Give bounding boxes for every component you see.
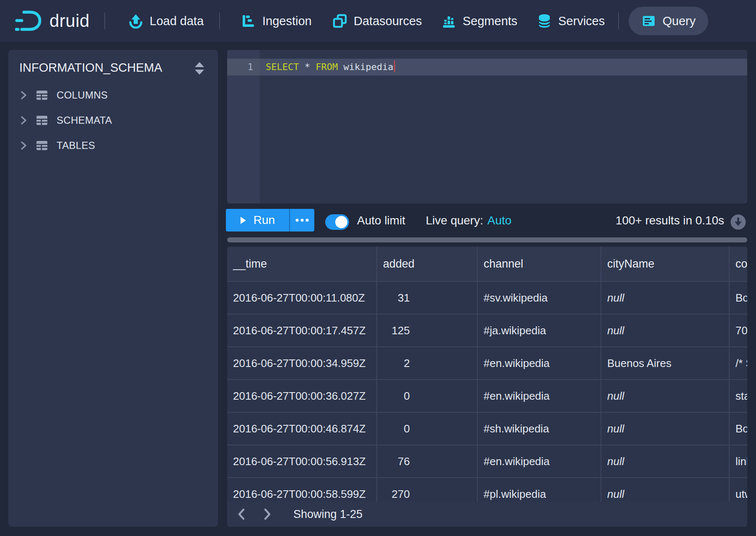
nav-item-ingestion[interactable]: Ingestion <box>241 0 312 42</box>
table-row: 2016-06-27T00:00:17.457Z 125 #ja.wikiped… <box>227 315 747 347</box>
cell-cityname[interactable]: null <box>601 380 730 413</box>
nav-item-services[interactable]: Services <box>537 0 605 42</box>
cell-channel[interactable]: #en.wikipedia <box>478 445 601 478</box>
top-navbar: druid Load data Ingestion Datasources <box>0 0 756 42</box>
run-button-group: Run <box>226 209 314 232</box>
chevron-left-icon <box>237 508 246 520</box>
line-number: 1 <box>227 59 260 75</box>
nav-item-label: Load data <box>150 14 204 28</box>
table-row: 2016-06-27T00:00:11.080Z 31 #sv.wikipedi… <box>227 282 747 315</box>
cell-added[interactable]: 0 <box>377 380 478 413</box>
live-query-label: Live query: <box>426 214 483 227</box>
live-query-control: Live query: Auto <box>426 203 512 237</box>
nav-item-label: Segments <box>463 14 518 28</box>
cell-cityname[interactable]: null <box>601 282 730 315</box>
cell-added[interactable]: 125 <box>377 315 478 347</box>
cell-cityname[interactable]: null <box>601 445 730 478</box>
brand-name: druid <box>49 11 90 31</box>
sql-keyword: SELECT <box>266 62 299 72</box>
cell-time[interactable]: 2016-06-27T00:00:46.874Z <box>227 413 377 445</box>
cell-channel[interactable]: #ja.wikipedia <box>478 315 601 347</box>
table-row: 2016-06-27T00:00:46.874Z 0 #sh.wikipedia… <box>227 413 747 445</box>
column-header-time[interactable]: __time <box>227 247 377 282</box>
table-row: 2016-06-27T00:00:36.027Z 0 #en.wikipedia… <box>227 380 747 413</box>
chevron-right-icon <box>263 508 272 520</box>
cell-time[interactable]: 2016-06-27T00:00:34.959Z <box>227 347 377 380</box>
cell-added[interactable]: 31 <box>377 282 478 315</box>
services-icon <box>537 13 552 29</box>
cell-time[interactable]: 2016-06-27T00:00:56.913Z <box>227 445 377 478</box>
cell-time[interactable]: 2016-06-27T00:00:17.457Z <box>227 315 377 347</box>
sql-keyword: FROM <box>316 62 338 72</box>
nav-item-label: Datasources <box>354 14 422 28</box>
results-table: __time added channel cityName comment 20… <box>227 247 747 527</box>
live-query-value[interactable]: Auto <box>487 214 512 227</box>
cell-time[interactable]: 2016-06-27T00:00:11.080Z <box>227 282 377 315</box>
table-icon <box>35 114 49 127</box>
column-header-channel[interactable]: channel <box>478 247 601 282</box>
cell-comment[interactable]: sta <box>730 380 747 413</box>
segments-icon <box>441 13 456 29</box>
auto-limit-label: Auto limit <box>357 203 405 237</box>
schema-selector[interactable]: INFORMATION_SCHEMA <box>8 56 218 82</box>
pagination-status: Showing 1-25 <box>293 508 362 521</box>
download-icon[interactable] <box>730 214 746 230</box>
column-header-cityname[interactable]: cityName <box>601 247 730 282</box>
load-data-icon <box>128 13 143 29</box>
nav-item-segments[interactable]: Segments <box>441 0 518 42</box>
sql-editor[interactable]: 1 SELECT * FROM wikipedia <box>227 50 747 203</box>
more-icon <box>295 218 309 222</box>
results-info: 100+ results in 0.10s <box>616 203 724 237</box>
schema-sidebar: INFORMATION_SCHEMA COLUMNS SCHEMATA TABL… <box>8 50 218 527</box>
cell-comment[interactable]: link <box>730 445 747 478</box>
druid-brand[interactable]: druid <box>15 0 90 42</box>
panel-resize-handle[interactable] <box>227 237 747 242</box>
previous-page-button[interactable] <box>233 506 250 523</box>
cell-channel[interactable]: #en.wikipedia <box>478 347 601 380</box>
druid-logo-icon <box>15 9 44 33</box>
tree-item-columns[interactable]: COLUMNS <box>8 83 218 107</box>
column-header-added[interactable]: added <box>377 247 478 282</box>
cell-added[interactable]: 0 <box>377 413 478 445</box>
cell-time[interactable]: 2016-06-27T00:00:36.027Z <box>227 380 377 413</box>
nav-item-query[interactable]: Query <box>629 7 708 35</box>
tree-item-tables[interactable]: TABLES <box>8 134 218 157</box>
auto-limit-toggle[interactable] <box>325 214 349 230</box>
play-icon <box>240 216 246 224</box>
cell-added[interactable]: 2 <box>377 347 478 380</box>
nav-divider <box>219 13 220 29</box>
sql-text: wikipedia <box>338 62 393 72</box>
table-row: 2016-06-27T00:00:56.913Z 76 #en.wikipedi… <box>227 445 747 478</box>
cell-comment[interactable]: 70:5 <box>730 315 747 347</box>
run-button[interactable]: Run <box>226 209 289 232</box>
cell-channel[interactable]: #sh.wikipedia <box>478 413 601 445</box>
nav-divider <box>104 13 105 29</box>
cell-cityname[interactable]: Buenos Aires <box>601 347 730 380</box>
cell-comment[interactable]: /* S <box>730 347 747 380</box>
nav-item-datasources[interactable]: Datasources <box>332 0 422 42</box>
cell-added[interactable]: 76 <box>377 445 478 478</box>
query-icon <box>641 13 656 29</box>
run-more-button[interactable] <box>289 209 314 232</box>
table-row: 2016-06-27T00:00:34.959Z 2 #en.wikipedia… <box>227 347 747 380</box>
run-bar: Run Auto limit Live query: Auto 100+ res… <box>227 203 747 237</box>
nav-item-label: Services <box>558 14 605 28</box>
column-header-comment[interactable]: comment <box>730 247 747 282</box>
next-page-button[interactable] <box>259 506 276 523</box>
cell-cityname[interactable]: null <box>601 315 730 347</box>
chevron-right-icon <box>20 116 27 125</box>
cell-comment[interactable]: Bot <box>730 282 747 315</box>
datasources-icon <box>332 13 347 29</box>
run-button-label: Run <box>254 213 275 227</box>
cell-comment[interactable]: Bot <box>730 413 747 445</box>
toggle-knob <box>335 216 347 228</box>
cell-channel[interactable]: #en.wikipedia <box>478 380 601 413</box>
sql-text: * <box>299 62 316 72</box>
schema-name: INFORMATION_SCHEMA <box>19 61 162 75</box>
nav-item-load-data[interactable]: Load data <box>128 0 204 42</box>
cell-channel[interactable]: #sv.wikipedia <box>478 282 601 315</box>
tree-item-schemata[interactable]: SCHEMATA <box>8 109 218 132</box>
nav-divider <box>618 13 619 29</box>
cell-cityname[interactable]: null <box>601 413 730 445</box>
ingestion-icon <box>241 13 256 29</box>
